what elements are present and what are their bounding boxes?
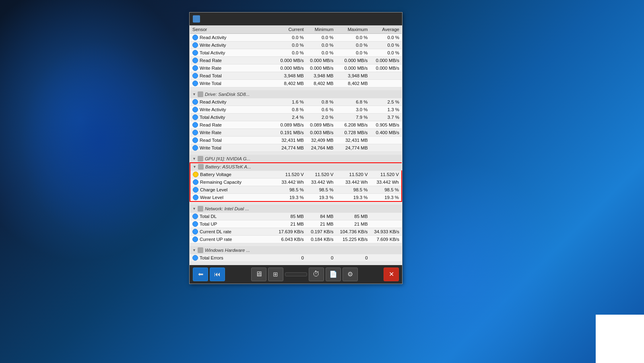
section-header-row[interactable]: ▼Windows Hardware ... (190, 246, 402, 254)
sensor-minimum-cell: 0.0 % (306, 41, 336, 49)
clock-button[interactable]: ⏱ (309, 268, 324, 281)
sensor-name-cell: Current DL rate (190, 228, 275, 235)
sensor-minimum-cell: 0.6 % (306, 106, 336, 114)
sensor-label: Read Rate (200, 122, 222, 127)
circle-icon (193, 179, 198, 185)
sensor-minimum-cell: 98.5 % (306, 186, 336, 194)
sensor-name-cell: Read Activity (190, 34, 275, 41)
sensor-average-cell: 11.520 V (370, 171, 402, 178)
sensor-current-cell: 32,431 MB (275, 137, 306, 144)
sensor-maximum-cell: 21 MB (336, 220, 370, 228)
table-row: Read Total32,431 MB32,409 MB32,431 MB (190, 137, 402, 144)
circle-icon (192, 50, 198, 56)
section-type-icon (198, 206, 203, 212)
sensor-average-cell (370, 80, 402, 87)
sensor-minimum-cell: 0.000 MB/s (306, 57, 336, 64)
sensor-label: Write Total (200, 145, 221, 150)
monitor-button[interactable]: 🖥 (251, 268, 266, 281)
sensor-name-cell: Write Activity (190, 41, 275, 49)
sensor-name-cell: Read Total (190, 137, 275, 144)
circle-icon (193, 195, 198, 200)
sensor-name-cell: Total Errors (190, 254, 275, 261)
sensor-table-container[interactable]: Sensor Current Minimum Maximum Average R… (190, 25, 402, 265)
report-button[interactable]: 📄 (326, 268, 341, 281)
sensor-current-cell: 98.5 % (275, 186, 306, 194)
minimize-button[interactable] (365, 15, 376, 23)
sensor-label: Current DL rate (200, 229, 231, 234)
section-label-text: GPU [#1]: NVIDIA G... (205, 156, 250, 161)
sensor-current-cell: 0.0 % (275, 34, 306, 41)
section-header-cell: ▼Battery: ASUSTeK A... (190, 163, 402, 171)
section-header-row[interactable]: ▼Battery: ASUSTeK A... (190, 163, 402, 171)
hwinfo-window: Sensor Current Minimum Maximum Average R… (189, 12, 402, 284)
sensor-current-cell: 17.639 KB/s (275, 228, 306, 235)
circle-icon (192, 99, 198, 105)
app-icon (193, 15, 200, 23)
sensor-label: Read Total (200, 73, 222, 78)
sensor-average-cell: 0.000 MB/s (370, 64, 402, 72)
sensor-maximum-cell: 8,402 MB (336, 80, 370, 87)
sensor-name-cell: Write Rate (190, 64, 275, 72)
circle-icon (192, 58, 198, 63)
sensor-maximum-cell: 85 MB (336, 212, 370, 220)
white-rect (596, 315, 644, 363)
table-row: Write Activity0.0 %0.0 %0.0 %0.0 % (190, 41, 402, 49)
table-row: Write Total8,402 MB8,402 MB8,402 MB (190, 80, 402, 87)
first-button[interactable]: ⏮ (210, 268, 225, 281)
section-label-text: Battery: ASUSTeK A... (205, 164, 251, 169)
sensor-maximum-cell: 6.8 % (336, 98, 370, 106)
circle-icon (192, 114, 198, 120)
sensor-current-cell: 19.3 % (275, 194, 306, 202)
col-current: Current (275, 25, 306, 34)
sensor-name-cell: Total DL (190, 212, 275, 220)
sensor-minimum-cell: 24,764 MB (306, 144, 336, 152)
sensor-table: Sensor Current Minimum Maximum Average R… (190, 25, 402, 265)
close-button[interactable] (388, 15, 399, 23)
sensor-current-cell: 24,774 MB (275, 144, 306, 152)
sensor-minimum-cell: 0.0 % (306, 34, 336, 41)
sensor-name-cell: Total Activity (190, 114, 275, 121)
desktop: Sensor Current Minimum Maximum Average R… (0, 0, 644, 363)
toolbar-nav-buttons: ⬅ ⏮ (193, 268, 225, 281)
maximize-button[interactable] (376, 15, 388, 23)
sensor-minimum-cell: 84 MB (306, 212, 336, 220)
section-header-cell: ▼Network: Intel Dual ... (190, 205, 402, 212)
sensor-maximum-cell: 0.0 % (336, 34, 370, 41)
sensor-name-cell: Read Total (190, 72, 275, 80)
table-row: Write Activity0.8 %0.6 %3.0 %1.3 % (190, 106, 402, 114)
table-row: Read Activity1.6 %0.8 %6.8 %2.5 % (190, 98, 402, 106)
sensor-name-cell: Wear Level (190, 194, 275, 202)
sensor-maximum-cell: 0.728 MB/s (336, 129, 370, 137)
sensor-label: Total UP (200, 222, 217, 226)
circle-icon (192, 122, 198, 128)
sensor-average-cell: 33.442 Wh (370, 178, 402, 186)
sensor-maximum-cell: 0 (336, 254, 370, 261)
sensor-current-cell: 11.520 V (275, 171, 306, 178)
sensor-label: Charge Level (200, 187, 227, 192)
sensor-label: Read Activity (200, 35, 226, 40)
circle-icon (192, 73, 198, 79)
settings-button[interactable]: ⚙ (343, 268, 358, 281)
spacer-row (190, 261, 402, 265)
prev-button[interactable]: ⬅ (193, 268, 208, 281)
sensor-name-cell: Write Activity (190, 106, 275, 114)
sensor-label: Write Activity (200, 107, 226, 112)
table-row: Total DL85 MB84 MB85 MB (190, 212, 402, 220)
section-header-row[interactable]: ▼Drive: SanDisk SD8... (190, 91, 402, 98)
sensor-minimum-cell: 0 (306, 254, 336, 261)
sensor-average-cell (370, 137, 402, 144)
sensor-label: Battery Voltage (200, 172, 231, 177)
section-header-row[interactable]: ▼Network: Intel Dual ... (190, 205, 402, 212)
sensor-average-cell: 3.7 % (370, 114, 402, 121)
section-type-icon (198, 91, 203, 97)
exit-button[interactable]: ✕ (384, 268, 399, 281)
sensor-maximum-cell: 0.000 MB/s (336, 64, 370, 72)
sensor-name-cell: Read Activity (190, 98, 275, 106)
circle-icon (192, 130, 198, 135)
table-row: Total Activity0.0 %0.0 %0.0 %0.0 % (190, 49, 402, 57)
sensor-minimum-cell: 0.089 MB/s (306, 121, 336, 129)
col-minimum: Minimum (306, 25, 336, 34)
compare-button[interactable]: ⊞ (268, 268, 283, 281)
circle-icon (192, 255, 198, 261)
section-header-row[interactable]: ▼GPU [#1]: NVIDIA G... (190, 155, 402, 163)
